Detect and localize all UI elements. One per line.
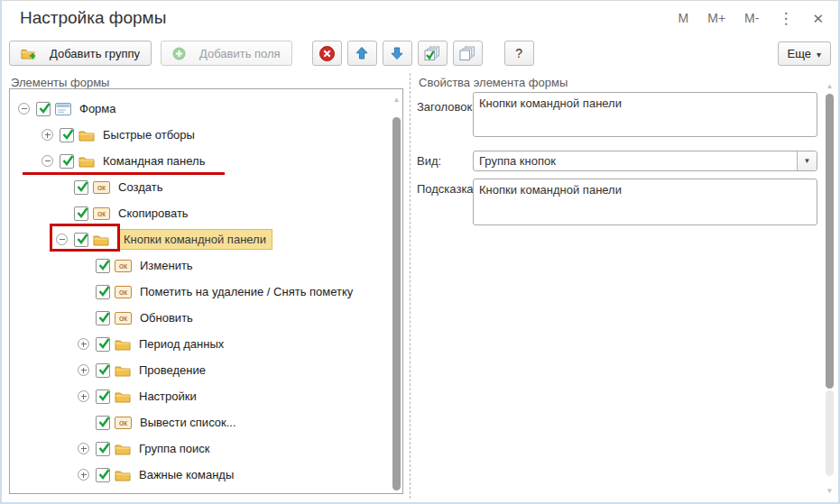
expand-icon[interactable] (78, 338, 89, 350)
font-decrease-button[interactable]: М- (744, 11, 759, 25)
checkbox-checked[interactable] (74, 206, 88, 221)
checkbox-checked[interactable] (74, 180, 88, 195)
folder-icon (115, 443, 131, 455)
form-elements-tree: Форма Быстрые отборы Командная панель ок… (9, 88, 403, 494)
scrollbar-thumb[interactable] (826, 94, 834, 389)
kind-combobox-value: Группа кнопок (474, 154, 797, 168)
tree-item-label: Настройки (139, 389, 197, 403)
scroll-down-icon[interactable]: ▼ (825, 487, 835, 495)
ok-button-icon: ок (115, 417, 132, 429)
titlebar: Настройка формы М М+ М- ⋮ ✕ (2, 1, 838, 37)
folder-icon (115, 469, 131, 481)
checkbox-checked[interactable] (96, 389, 110, 404)
tree-item-sozdat[interactable]: ок Создать (10, 174, 402, 200)
expand-icon[interactable] (78, 390, 89, 402)
tree-item-obnovit[interactable]: ок Обновить (10, 305, 402, 331)
checkbox-checked[interactable] (60, 154, 74, 169)
check-all-button[interactable] (418, 41, 448, 66)
folder-icon (115, 364, 131, 377)
checkbox-checked[interactable] (96, 285, 110, 299)
kebab-menu-icon[interactable]: ⋮ (778, 11, 793, 26)
check-all-icon (424, 46, 440, 61)
dialog-title: Настройка формы (20, 8, 166, 28)
more-button[interactable]: Еще (778, 41, 831, 66)
toolbar: Добавить группу Добавить поля (9, 41, 831, 66)
checkbox-checked[interactable] (36, 102, 51, 116)
expand-icon[interactable] (78, 469, 89, 481)
collapse-icon[interactable] (42, 155, 53, 167)
header-field-input[interactable]: Кнопки командной панели (473, 92, 817, 137)
header-field-label: Заголовок: (417, 100, 475, 114)
move-up-icon (355, 46, 369, 60)
ok-button-icon: ок (115, 286, 132, 298)
checkbox-checked[interactable] (96, 416, 110, 430)
checkbox-checked[interactable] (96, 337, 110, 352)
checkbox-checked[interactable] (96, 311, 110, 325)
tree-item-izmenit[interactable]: ок Изменить (10, 252, 402, 279)
tree-item-komandnaya-panel[interactable]: Командная панель (10, 148, 402, 174)
tree-item-label: Период данных (139, 337, 224, 351)
right-panel-title: Свойства элемента формы (419, 76, 568, 89)
tree-item-label: Пометить на удаление / Снять пометку (140, 285, 353, 298)
tree-item-nastroyki[interactable]: Настройки (10, 383, 402, 409)
tree-item-provedenie[interactable]: Проведение (10, 357, 402, 383)
scrollbar-track[interactable] (826, 390, 834, 476)
ok-button-icon: ок (115, 260, 132, 272)
tree-item-label: Обновить (140, 311, 193, 325)
checkbox-checked[interactable] (60, 128, 74, 142)
tree-item-forma[interactable]: Форма (10, 96, 402, 122)
tree-item-bystrye-otbory[interactable]: Быстрые отборы (10, 122, 402, 148)
delete-button[interactable] (312, 41, 342, 66)
selected-tree-item-label: Кнопки командной панели (117, 229, 272, 250)
kind-combobox[interactable]: Группа кнопок ▼ (473, 151, 817, 171)
uncheck-all-button[interactable] (453, 41, 483, 66)
add-group-button[interactable]: Добавить группу (9, 41, 152, 66)
checkbox-checked[interactable] (96, 363, 110, 378)
checkbox-checked[interactable] (96, 259, 110, 273)
tree-item-label: Группа поиск (139, 442, 210, 455)
properties-scrollbar[interactable]: ▲ ▼ (825, 82, 835, 495)
tree-item-pometit-na-udalenie[interactable]: ок Пометить на удаление / Снять пометку (10, 279, 402, 305)
collapse-icon[interactable] (18, 103, 30, 115)
uncheck-all-icon (459, 46, 475, 61)
tree-item-label: Создать (118, 180, 162, 194)
expand-icon[interactable] (78, 443, 89, 454)
add-fields-button[interactable]: Добавить поля (161, 41, 292, 66)
tree-item-period-dannyh[interactable]: Период данных (10, 331, 402, 357)
form-settings-dialog: Настройка формы М М+ М- ⋮ ✕ Добавить гру… (0, 0, 840, 504)
scroll-up-icon[interactable]: ▲ (825, 82, 835, 90)
kind-field-label: Вид: (417, 154, 441, 168)
tree-item-skopirovat[interactable]: ок Скопировать (10, 200, 402, 226)
folder-icon (78, 129, 95, 142)
chevron-down-icon (817, 47, 821, 60)
panel-splitter[interactable] (410, 73, 411, 499)
tree-item-vyvesti-spisok[interactable]: ок Вывести список... (10, 409, 402, 435)
tree-item-gruppa-poisk[interactable]: Группа поиск (10, 435, 402, 462)
combobox-dropdown-button[interactable]: ▼ (797, 151, 817, 170)
tree-item-label: Изменить (140, 259, 193, 272)
tree-scrollbar[interactable]: ▲ (392, 90, 402, 492)
properties-panel: Свойства элемента формы Заголовок: Кнопк… (411, 73, 836, 502)
checkbox-checked[interactable] (96, 468, 110, 482)
close-icon[interactable]: ✕ (812, 12, 824, 25)
red-box-annotation (50, 224, 120, 252)
help-button[interactable]: ? (504, 41, 534, 66)
expand-icon[interactable] (42, 129, 53, 141)
font-normal-button[interactable]: М (678, 11, 689, 25)
expand-icon[interactable] (78, 364, 89, 376)
folder-icon (115, 390, 131, 403)
scrollbar-thumb[interactable] (392, 117, 401, 490)
tree-item-label: Важные команды (139, 468, 234, 481)
move-up-button[interactable] (347, 41, 377, 66)
tree-item-label: Форма (79, 102, 116, 115)
tree-item-label: Вывести список... (140, 416, 236, 429)
red-underline-annotation (23, 172, 225, 175)
checkbox-checked[interactable] (96, 442, 110, 456)
folder-icon (78, 155, 95, 168)
form-window-icon (55, 103, 71, 115)
font-increase-button[interactable]: М+ (707, 11, 725, 25)
move-down-button[interactable] (383, 41, 412, 66)
tooltip-field-input[interactable]: Кнопки командной панели (473, 179, 817, 225)
scroll-up-icon[interactable]: ▲ (392, 96, 402, 104)
tree-item-vazhnye-komandy[interactable]: Важные команды (10, 462, 402, 488)
